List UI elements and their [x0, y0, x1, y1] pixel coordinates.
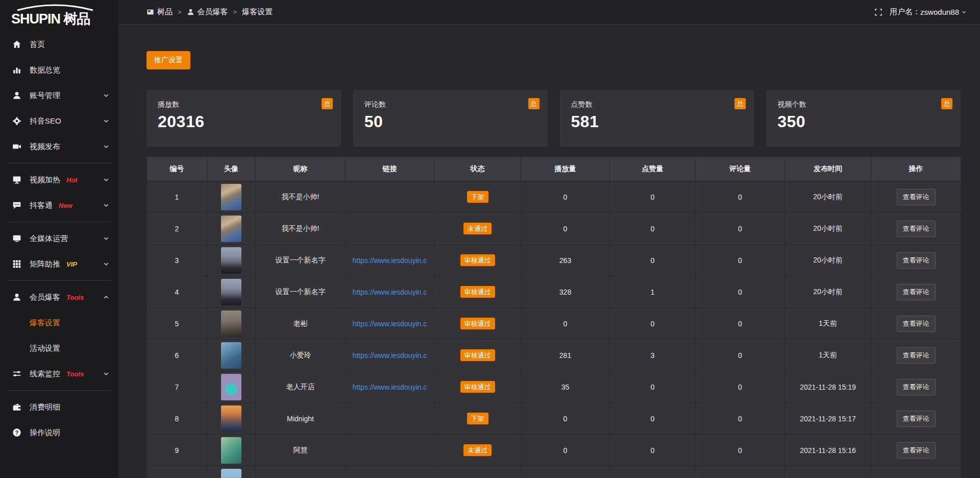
- sidebar-divider: [7, 280, 111, 281]
- cell-likes: 0: [610, 213, 696, 245]
- fullscreen-icon[interactable]: [874, 8, 883, 16]
- cell-comments: [696, 466, 785, 478]
- brand-logo[interactable]: SHUPIN 树品: [0, 0, 118, 27]
- cell-avatar: [207, 435, 256, 466]
- cell-nickname: 设置一个新名字: [256, 245, 346, 276]
- view-comments-button[interactable]: 查看评论: [897, 347, 936, 364]
- cell-link: [346, 466, 434, 478]
- column-header: 昵称: [256, 157, 346, 181]
- total-badge: 总: [941, 98, 952, 109]
- chevron-up-icon: [103, 294, 109, 300]
- stat-card: 点赞数581总: [560, 90, 754, 147]
- stat-card: 播放数20316总: [146, 90, 341, 147]
- cell-publish-time: 20小时前: [785, 245, 871, 276]
- breadcrumb-item-member-baoke[interactable]: 会员爆客: [187, 7, 228, 17]
- video-link[interactable]: https://www.iesdouyin.c: [353, 351, 427, 360]
- monitor-icon: [12, 234, 21, 243]
- sidebar-subitem-activity-settings[interactable]: 活动设置: [0, 336, 118, 361]
- cell-publish-time: 2021-11-28 15:19: [785, 371, 871, 403]
- topbar: 树品>会员爆客>爆客设置 用户名：zswodun88: [118, 0, 980, 25]
- sidebar-item-tag: Hot: [66, 176, 78, 184]
- sidebar-subitem-baoke-settings[interactable]: 爆客设置: [0, 310, 118, 336]
- sidebar-item-operation-guide[interactable]: ?操作说明: [0, 420, 118, 445]
- sidebar-item-douketong[interactable]: 抖客通New: [0, 193, 118, 218]
- sidebar-item-label: 视频加热: [30, 175, 60, 185]
- cell-id: 1: [147, 181, 207, 213]
- cell-id: 8: [147, 403, 207, 435]
- cell-status: 下架: [434, 181, 521, 213]
- sidebar-item-media-operation[interactable]: 全媒体运营: [0, 226, 118, 251]
- avatar-image: [221, 310, 241, 337]
- sidebar-item-clue-monitor[interactable]: 线索监控Tools: [0, 361, 118, 387]
- cell-comments: 0: [696, 181, 785, 213]
- breadcrumb-item-baoke-settings[interactable]: 爆客设置: [242, 7, 273, 17]
- cell-avatar: [207, 181, 256, 213]
- cell-nickname: 阿慧: [256, 435, 346, 466]
- cell-link: https://www.iesdouyin.c: [346, 371, 434, 403]
- sidebar-item-douyin-seo[interactable]: 抖音SEO: [0, 108, 118, 134]
- sidebar-item-label: 视频发布: [30, 142, 60, 152]
- cell-plays: 0: [521, 308, 610, 340]
- view-comments-button[interactable]: 查看评论: [897, 316, 936, 332]
- view-comments-button[interactable]: 查看评论: [897, 379, 936, 395]
- sidebar-item-account-management[interactable]: 账号管理: [0, 83, 118, 108]
- view-comments-button[interactable]: 查看评论: [897, 284, 936, 300]
- promo-settings-button[interactable]: 推广设置: [146, 51, 190, 69]
- stat-value: 50: [364, 112, 536, 131]
- cell-link: [346, 181, 434, 213]
- cell-nickname: 设置一个新名字: [256, 276, 346, 308]
- stat-card: 视频个数350总: [766, 90, 961, 147]
- cell-avatar: [207, 276, 256, 308]
- sidebar-item-video-heat[interactable]: 视频加热Hot: [0, 167, 118, 193]
- sidebar-item-consume-detail[interactable]: 消费明细: [0, 394, 118, 420]
- column-header: 操作: [871, 157, 961, 181]
- cell-nickname: Midnight: [256, 403, 346, 435]
- cell-action: 查看评论: [871, 371, 961, 403]
- view-comments-button[interactable]: 查看评论: [897, 252, 936, 269]
- breadcrumb-label: 会员爆客: [198, 7, 228, 17]
- column-header: 播放量: [521, 157, 610, 181]
- cell-likes: 3: [610, 340, 696, 371]
- view-comments-button[interactable]: 查看评论: [897, 411, 936, 427]
- sidebar-item-label: 数据总览: [30, 65, 60, 75]
- video-link[interactable]: https://www.iesdouyin.c: [353, 256, 427, 265]
- cell-action: 查看评论: [871, 245, 961, 276]
- cell-likes: 0: [610, 245, 696, 276]
- sidebar-item-home[interactable]: 首页: [0, 32, 118, 57]
- chevron-down-icon: [103, 371, 109, 377]
- cell-comments: 0: [696, 371, 785, 403]
- sidebar-item-label: 首页: [30, 40, 45, 50]
- sidebar-item-tag: VIP: [66, 260, 77, 268]
- status-badge: 未通过: [463, 444, 492, 456]
- cell-plays: 0: [521, 181, 610, 213]
- status-badge: 审核通过: [460, 254, 495, 266]
- video-link[interactable]: https://www.iesdouyin.c: [353, 288, 427, 296]
- breadcrumb-item-shupin[interactable]: 树品: [146, 7, 173, 17]
- cell-action: 查看评论: [871, 181, 961, 213]
- chevron-down-icon: [103, 144, 109, 150]
- cell-publish-time: 2021-11-28 15:16: [785, 435, 871, 466]
- view-comments-button[interactable]: 查看评论: [897, 442, 936, 459]
- sidebar-item-tag: Tools: [66, 370, 84, 378]
- cell-avatar: [207, 213, 256, 245]
- video-link[interactable]: https://www.iesdouyin.c: [353, 320, 427, 328]
- sidebar-item-data-overview[interactable]: 数据总览: [0, 57, 118, 83]
- sliders-icon: [12, 369, 21, 378]
- cell-link: [346, 435, 434, 466]
- cell-publish-time: 1天前: [785, 340, 871, 371]
- view-comments-button[interactable]: 查看评论: [897, 221, 936, 237]
- cell-action: 查看评论: [871, 403, 961, 435]
- sidebar-item-matrix-boost[interactable]: 矩阵助推VIP: [0, 251, 118, 277]
- stat-value: 350: [777, 112, 949, 131]
- brand-logo-arc: SHUPIN 树品: [10, 4, 107, 26]
- sidebar-item-member-baoke[interactable]: 会员爆客Tools: [0, 284, 118, 310]
- sidebar-item-video-publish[interactable]: 视频发布: [0, 134, 118, 159]
- cell-comments: 0: [696, 435, 785, 466]
- cell-id: 5: [147, 308, 207, 340]
- home-icon: [12, 40, 21, 49]
- user-menu[interactable]: 用户名：zswodun88: [890, 7, 967, 17]
- view-comments-button[interactable]: 查看评论: [897, 189, 936, 205]
- cell-comments: 0: [696, 340, 785, 371]
- cell-nickname: 我不是小帅!: [256, 213, 346, 245]
- video-link[interactable]: https://www.iesdouyin.c: [353, 383, 427, 391]
